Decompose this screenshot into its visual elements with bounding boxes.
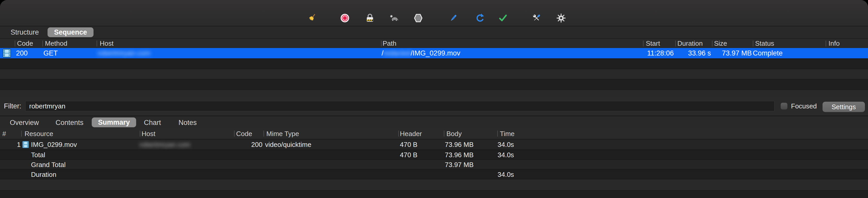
sequence-table-header: Code Method Host Path Start Duration Siz… <box>0 39 868 48</box>
breakpoints-hexagon-icon[interactable] <box>413 13 424 23</box>
record-icon[interactable] <box>340 13 350 23</box>
col-separator[interactable] <box>140 131 140 137</box>
cell-code: 200 <box>238 140 262 150</box>
col-header-time[interactable]: Time <box>500 129 515 139</box>
cell-size: 73.97 MB <box>708 48 752 58</box>
summary-row-duration[interactable]: Duration 34.0s <box>0 169 868 179</box>
col-header-path[interactable]: Path <box>382 39 397 48</box>
cell-start: 11:28:06 <box>630 48 674 58</box>
col-separator[interactable] <box>643 40 644 46</box>
cell-body-size: 73.96 MB <box>445 140 473 150</box>
filter-bar: Filter: Focused Settings <box>0 97 868 116</box>
empty-row-stripe <box>0 179 868 190</box>
col-separator[interactable] <box>234 131 235 137</box>
summary-row-grand-total[interactable]: Grand Total 73.97 MB <box>0 159 868 169</box>
settings-gear-icon[interactable] <box>556 13 566 23</box>
col-separator[interactable] <box>21 131 22 137</box>
col-separator[interactable] <box>398 131 399 137</box>
cell-status: Complete <box>753 48 783 58</box>
col-header-method[interactable]: Method <box>45 39 67 48</box>
summary-row-resource[interactable]: 1 IMG_0299.mov robertmryan.com 200 video… <box>0 140 868 150</box>
col-header-duration[interactable]: Duration <box>677 39 703 48</box>
col-separator[interactable] <box>381 40 381 46</box>
col-header-mime[interactable]: Mime Type <box>266 129 299 139</box>
col-header-host[interactable]: Host <box>100 39 114 48</box>
cell-host-redacted: robertmryan.com <box>140 140 190 150</box>
cell-time: 34.0s <box>498 140 514 150</box>
cell-method: GET <box>43 48 58 58</box>
cell-path: /redacted/IMG_0299.mov <box>381 48 460 58</box>
settings-button-label: Settings <box>832 103 856 111</box>
tab-notes[interactable]: Notes <box>179 117 197 129</box>
col-separator[interactable] <box>712 40 712 46</box>
cell-duration: 33.96 s <box>677 48 711 58</box>
tab-summary-label: Summary <box>98 119 130 126</box>
path-redacted: redacted <box>383 49 411 57</box>
tab-chart[interactable]: Chart <box>144 117 161 129</box>
cell-time: 34.0s <box>498 150 514 160</box>
cell-resource: IMG_0299.mov <box>31 140 77 150</box>
settings-button[interactable]: Settings <box>823 102 865 112</box>
cell-label: Duration <box>31 170 56 179</box>
path-file: /IMG_0299.mov <box>411 49 460 57</box>
empty-row-stripe <box>0 79 868 89</box>
col-header-info[interactable]: Info <box>829 39 840 48</box>
col-separator[interactable] <box>97 40 97 46</box>
focused-label: Focused <box>791 97 817 116</box>
repeat-icon[interactable] <box>474 13 485 23</box>
col-header-num[interactable]: # <box>2 129 6 139</box>
col-header-start[interactable]: Start <box>646 39 660 48</box>
col-header-code[interactable]: Code <box>17 39 33 48</box>
tab-contents[interactable]: Contents <box>56 117 84 129</box>
col-separator[interactable] <box>826 40 826 46</box>
cell-body-size: 73.97 MB <box>445 160 473 170</box>
cell-label: Total <box>31 150 45 160</box>
movie-file-icon <box>22 141 29 149</box>
throttle-turtle-icon[interactable] <box>389 13 400 23</box>
summary-table-header: # Resource Host Code Mime Type Header Bo… <box>0 129 868 139</box>
cell-label: Grand Total <box>31 160 66 170</box>
col-separator[interactable] <box>264 131 264 137</box>
cell-time: 34.0s <box>498 170 514 179</box>
col-separator[interactable] <box>675 40 676 46</box>
tools-icon[interactable] <box>531 13 542 23</box>
empty-row-stripe <box>0 89 868 97</box>
cell-code: 200 <box>16 48 28 58</box>
cell-header-size: 470 B <box>400 150 417 160</box>
col-separator[interactable] <box>444 131 444 137</box>
tab-overview[interactable]: Overview <box>10 117 39 129</box>
validate-check-icon[interactable] <box>498 13 508 23</box>
tab-sequence[interactable]: Sequence <box>48 27 94 37</box>
empty-row-stripe <box>0 58 868 69</box>
col-separator[interactable] <box>15 40 15 46</box>
compose-pen-icon[interactable] <box>448 13 459 23</box>
summary-row-total[interactable]: Total 470 B 73.96 MB 34.0s <box>0 150 868 159</box>
tab-structure[interactable]: Structure <box>10 26 39 38</box>
col-header-resource[interactable]: Resource <box>25 129 53 139</box>
cell-host-redacted: robertmryan.com <box>98 48 150 58</box>
col-header-header[interactable]: Header <box>400 129 422 139</box>
request-row-selected[interactable]: 200 GET robertmryan.com /redacted/IMG_02… <box>0 48 868 58</box>
charles-proxy-window: Structure Sequence Code Method Host Path… <box>0 0 868 198</box>
path-prefix: / <box>381 49 383 57</box>
ssl-proxying-lock-icon[interactable] <box>365 13 375 23</box>
col-separator[interactable] <box>42 40 43 46</box>
cell-body-size: 73.96 MB <box>445 150 473 160</box>
main-toolbar <box>0 0 868 26</box>
col-header-size[interactable]: Size <box>714 39 727 48</box>
cell-mime-type: video/quicktime <box>265 140 311 150</box>
col-header-host[interactable]: Host <box>142 129 155 139</box>
focused-checkbox[interactable] <box>781 103 787 109</box>
col-header-code[interactable]: Code <box>236 129 252 139</box>
filter-input[interactable] <box>25 101 774 111</box>
tab-sequence-label: Sequence <box>54 28 87 36</box>
empty-row-stripe <box>0 190 868 198</box>
col-header-status[interactable]: Status <box>755 39 774 48</box>
col-header-body[interactable]: Body <box>446 129 462 139</box>
cell-header-size: 470 B <box>400 140 417 150</box>
col-separator[interactable] <box>753 40 753 46</box>
tab-summary[interactable]: Summary <box>92 118 136 127</box>
filter-label: Filter: <box>4 97 22 116</box>
col-separator[interactable] <box>497 131 498 137</box>
clear-broom-icon[interactable] <box>307 13 317 23</box>
